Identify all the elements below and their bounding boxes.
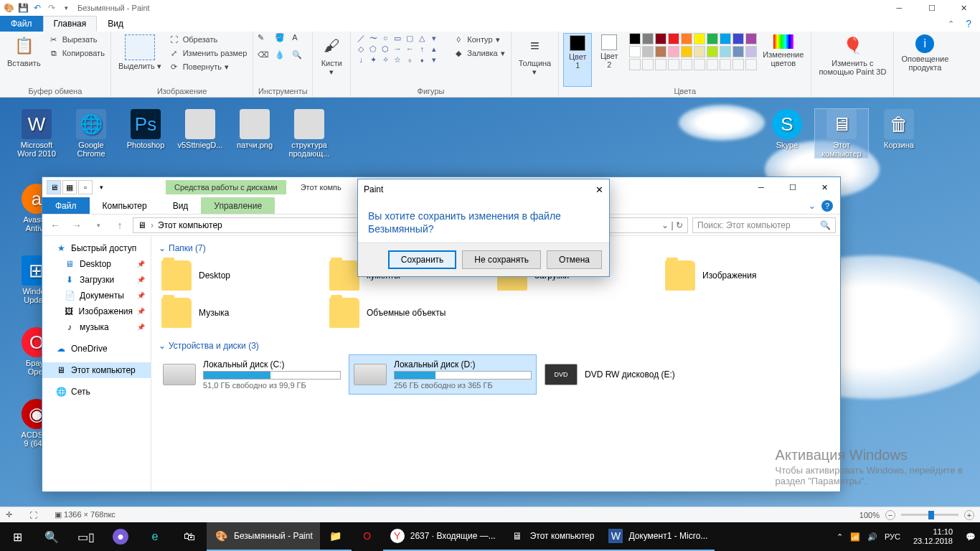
taskbar-paint[interactable]: 🎨Безымянный - Paint (207, 522, 320, 551)
desktop-icon-file2[interactable]: патчи.png (228, 109, 281, 149)
tray-notifications-icon[interactable]: 💬 (966, 532, 976, 542)
start-button[interactable]: ⊞ (0, 522, 34, 551)
maximize-button[interactable]: ☐ (915, 0, 948, 16)
explorer-collapse-icon[interactable]: ⌄ (809, 201, 816, 211)
nav-desktop[interactable]: 🖥Desktop📌 (42, 256, 151, 272)
explorer-qat-new-icon[interactable]: ▫ (78, 180, 93, 194)
fill-tool[interactable]: 🪣 (275, 33, 291, 49)
explorer-tab-file[interactable]: Файл (42, 197, 90, 214)
pencil-tool[interactable]: ✎ (258, 33, 273, 49)
color1-button[interactable]: Цвет 1 (563, 33, 592, 87)
taskbar-explorer[interactable]: 🖥Этот компьютер (503, 522, 602, 551)
taskview-button[interactable]: ▭▯ (69, 522, 103, 551)
desktop-icon-file3[interactable]: структура продающ... (283, 109, 336, 158)
picker-tool[interactable]: 💧 (275, 50, 291, 66)
nav-thispc[interactable]: 🖥Этот компьютер (42, 362, 151, 378)
nav-onedrive[interactable]: ☁OneDrive (42, 341, 151, 357)
nav-recent[interactable]: ▾ (90, 217, 107, 234)
tab-view[interactable]: Вид (97, 16, 134, 32)
magnifier-tool[interactable]: 🔍 (292, 50, 308, 66)
taskbar-files[interactable]: 📁 (320, 522, 352, 551)
tray-lang[interactable]: РУС (885, 532, 900, 541)
paint3d-button[interactable]: 🎈 Изменить с помощью Paint 3D (816, 33, 889, 87)
zoom-slider[interactable] (901, 514, 958, 516)
minimize-button[interactable]: ─ (883, 0, 915, 16)
explorer-qat-drop-icon[interactable]: ▾ (94, 180, 108, 194)
crop-button[interactable]: ⛶Обрезать (167, 33, 249, 46)
copy-button[interactable]: ⧉Копировать (47, 47, 106, 60)
drive-c[interactable]: Локальный диск (C:) 51,0 ГБ свободно из … (159, 355, 345, 394)
size-button[interactable]: ≡ Толщина▾ (516, 33, 555, 87)
qat-save-icon[interactable]: 💾 (17, 2, 29, 14)
desktop-icon-skype[interactable]: SSkype (760, 109, 814, 149)
color-gallery[interactable] (629, 33, 757, 70)
nav-up[interactable]: ↑ (111, 217, 128, 234)
tray-expand-icon[interactable]: ⌃ (837, 532, 843, 542)
nav-music[interactable]: ♪музыка📌 (42, 319, 151, 335)
drive-dvd[interactable]: DVD DVD RW дисковод (E:) (540, 355, 727, 394)
cut-button[interactable]: ✂Вырезать (47, 33, 106, 46)
explorer-help-icon[interactable]: ? (821, 200, 833, 212)
product-alert-button[interactable]: i Оповещение продукта (898, 33, 951, 87)
desktop-icon-word[interactable]: WMicrosoft Word 2010 (10, 109, 63, 158)
tab-file[interactable]: Файл (0, 16, 43, 32)
explorer-tab-computer[interactable]: Компьютер (90, 197, 160, 214)
explorer-minimize[interactable]: ─ (745, 177, 777, 197)
desktop-icon-chrome[interactable]: 🌐Google Chrome (65, 109, 118, 158)
nav-pictures[interactable]: 🖼Изображения📌 (42, 303, 151, 319)
fill-shape-button[interactable]: ◆Заливка ▾ (451, 47, 506, 60)
nav-forward[interactable]: → (68, 217, 85, 234)
select-button[interactable]: Выделить ▾ (116, 33, 164, 87)
cancel-button[interactable]: Отмена (547, 250, 602, 269)
explorer-qat-props-icon[interactable]: ▦ (62, 180, 77, 194)
help-icon[interactable]: ? (966, 18, 971, 29)
text-tool[interactable]: A (292, 33, 308, 49)
shape-gallery[interactable]: ／〜○▭▢△▾ ◇⬠⬡→←↑▴ ↓✦✧☆⬨⬧▾ (355, 33, 444, 87)
brushes-button[interactable]: 🖌 Кисти▾ (317, 33, 346, 87)
desktop-icon-thispc[interactable]: 🖥Этот компьютер (815, 109, 868, 158)
dialog-close[interactable]: ✕ (595, 184, 603, 195)
cortana-button[interactable]: ● (103, 522, 138, 551)
eraser-tool[interactable]: ⌫ (258, 50, 273, 66)
folder-pictures[interactable]: Изображения (662, 258, 827, 293)
zoom-out[interactable]: − (885, 510, 895, 520)
folder-3dobjects[interactable]: Объемные объекты (326, 295, 491, 331)
tab-home[interactable]: Главная (43, 16, 98, 32)
resize-button[interactable]: ⤢Изменить размер (167, 47, 249, 60)
taskbar-yandex[interactable]: Y2637 · Входящие —... (383, 522, 503, 551)
nav-network[interactable]: 🌐Сеть (42, 384, 151, 400)
explorer-tab-manage[interactable]: Управление (201, 197, 275, 214)
explorer-close[interactable]: ✕ (809, 177, 840, 197)
desktop-icon-recycle[interactable]: 🗑Корзина (872, 109, 925, 149)
outline-button[interactable]: ◊Контур ▾ (451, 33, 506, 46)
nav-quick[interactable]: ★Быстрый доступ (42, 240, 151, 256)
nav-back[interactable]: ← (47, 217, 64, 234)
explorer-maximize[interactable]: ☐ (777, 177, 809, 197)
drive-d[interactable]: Локальный диск (D:) 256 ГБ свободно из 3… (349, 355, 536, 394)
tray-sound-icon[interactable]: 🔊 (867, 532, 877, 542)
edit-colors-button[interactable]: Изменение цветов (760, 33, 806, 87)
taskbar-opera[interactable]: O (352, 522, 383, 551)
taskbar-word[interactable]: WДокумент1 - Micro... (601, 522, 715, 551)
taskbar-edge[interactable]: e (138, 522, 172, 551)
folder-desktop[interactable]: Desktop (159, 258, 324, 293)
ribbon-collapse-icon[interactable]: ⌃ (948, 19, 954, 29)
explorer-search[interactable]: Поиск: Этот компьютер 🔍 (692, 217, 836, 233)
desktop-icon-file1[interactable]: v5SttniegD... (174, 109, 227, 149)
taskbar-store[interactable]: 🛍 (172, 522, 207, 551)
desktop-icon-photoshop[interactable]: PsPhotoshop (119, 109, 172, 149)
color2-button[interactable]: Цвет 2 (595, 33, 623, 87)
tray-clock[interactable]: 11:10 23.12.2018 (908, 527, 958, 546)
close-button[interactable]: ✕ (948, 0, 980, 16)
zoom-in[interactable]: + (964, 510, 974, 520)
qat-customize-icon[interactable]: ▾ (60, 2, 72, 14)
tray-network-icon[interactable]: 📶 (850, 532, 860, 542)
qat-redo-icon[interactable]: ↷ (46, 2, 57, 14)
folder-music[interactable]: Музыка (159, 295, 324, 331)
nav-documents[interactable]: 📄Документы📌 (42, 288, 151, 303)
save-button[interactable]: Сохранить (388, 250, 457, 269)
paste-button[interactable]: 📋 Вставить (4, 33, 44, 87)
qat-undo-icon[interactable]: ↶ (32, 2, 43, 14)
search-button[interactable]: 🔍 (34, 522, 69, 551)
dont-save-button[interactable]: Не сохранять (462, 250, 541, 269)
